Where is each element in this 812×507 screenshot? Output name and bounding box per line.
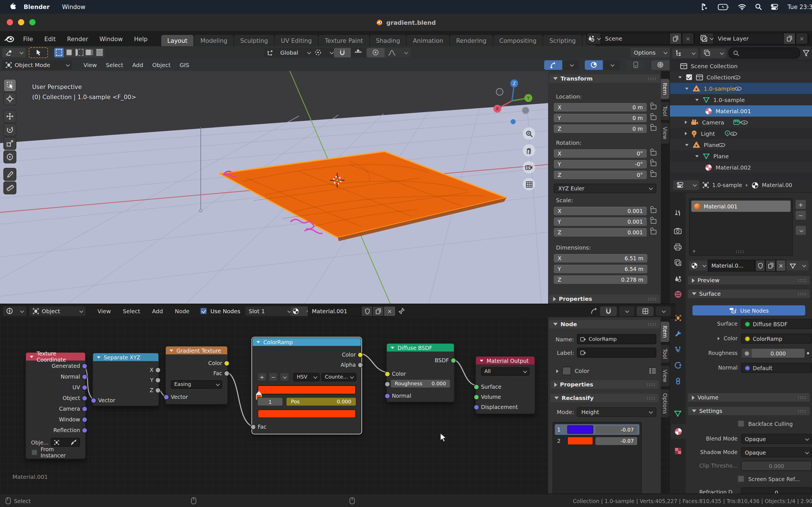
node-gradient-texture[interactable]: Gradient Texture Color Fac Easing Vector [165, 346, 228, 404]
volume-panel-header[interactable]: Volume [688, 393, 810, 402]
outliner-row-collection[interactable]: Collection [670, 71, 812, 83]
tab-object-data[interactable] [670, 406, 686, 421]
tab-rendering[interactable]: Rendering [450, 35, 493, 46]
gis-menu[interactable]: GIS [175, 62, 194, 68]
add-material-slot-button[interactable]: + [795, 200, 806, 210]
lock-rotation-y-icon[interactable] [651, 162, 656, 166]
lock-location-x-icon[interactable] [651, 105, 656, 109]
tab-animation[interactable]: Animation [407, 35, 450, 46]
ramp-specials-button[interactable] [280, 372, 290, 381]
fake-user-shield-button[interactable] [755, 260, 765, 272]
ramp-stop-handle[interactable] [256, 391, 262, 394]
mode-dropdown[interactable]: Object Mode [2, 60, 72, 69]
breadcrumb-object[interactable]: 1.0-sample [712, 182, 742, 188]
node-color-swatch[interactable] [562, 367, 571, 375]
tab-physics[interactable] [670, 358, 686, 372]
roughness-node-slider[interactable]: Roughness0.000 [390, 379, 451, 388]
window-menu[interactable]: Window [94, 35, 129, 42]
hide-object-eye-icon[interactable] [734, 84, 742, 93]
socket-z-output[interactable] [155, 388, 161, 393]
node-sidebar-tab-item[interactable]: Item [661, 322, 669, 342]
reclassify-color-1[interactable] [567, 425, 593, 434]
node-material-output[interactable]: Material Output All Surface Volume Displ… [475, 356, 535, 414]
hide-camera-eye-icon[interactable] [741, 118, 749, 126]
rotation-y-field[interactable]: Y-0° [554, 160, 647, 168]
delete-scene-button[interactable]: × [682, 33, 694, 45]
outliner-filter-type-dropdown[interactable] [700, 48, 726, 58]
outliner-row-camera[interactable]: Camera [670, 117, 812, 128]
socket-color-output[interactable] [357, 352, 363, 358]
socket-fac-input[interactable] [250, 424, 256, 430]
npanel-tab-item[interactable]: Item [661, 79, 669, 99]
new-material-button[interactable] [765, 260, 776, 272]
node-sidebar-tab-options[interactable]: Options [661, 389, 669, 417]
node-material-name-field[interactable]: Material.001 [308, 305, 368, 316]
view-layer-name[interactable]: View Layer [714, 36, 783, 42]
tab-shading[interactable]: Shading [370, 35, 407, 46]
lock-scale-y-icon[interactable] [651, 219, 656, 224]
clock[interactable]: Tue 23:35 [788, 3, 812, 10]
reclassify-row-1[interactable]: 1 -0.07 [555, 424, 640, 435]
edit-menu[interactable]: Edit [39, 35, 61, 42]
socket-vector-input[interactable] [163, 394, 169, 400]
scale-x-field[interactable]: X0.001 [554, 207, 647, 215]
node-node-menu[interactable]: Node [170, 308, 194, 314]
snap-toggle-button[interactable] [334, 48, 351, 57]
proportional-editing-toggle[interactable] [366, 48, 385, 57]
select-mode-set[interactable] [54, 48, 64, 57]
use-nodes-button[interactable]: Use Nodes [693, 305, 805, 316]
tab-uv-editing[interactable]: UV Editing [274, 35, 319, 46]
backface-culling-checkbox[interactable] [738, 420, 744, 427]
scene-name[interactable]: Scene [601, 36, 669, 42]
reclassify-row-2[interactable]: 2 -0.07 [555, 436, 640, 446]
stop-color-swatch[interactable] [258, 409, 356, 418]
npanel-tab-tool[interactable]: Tool [661, 102, 669, 120]
tool-scale[interactable] [3, 137, 16, 150]
use-nodes-checkbox[interactable] [200, 307, 207, 314]
outliner-row-sample-object[interactable]: 1.0-sample [670, 83, 812, 94]
new-scene-button[interactable] [669, 33, 682, 45]
link-material-dropdown[interactable] [786, 261, 809, 270]
socket-roughness-input[interactable] [385, 381, 390, 387]
zoom-window-button[interactable] [29, 19, 36, 25]
tab-modeling[interactable]: Modeling [194, 35, 234, 46]
macos-app-menu[interactable]: Blender [24, 3, 50, 10]
stop-position-slider[interactable]: Pos0.000 [286, 397, 356, 406]
file-menu[interactable]: File [17, 35, 39, 42]
socket-fac-output[interactable] [224, 371, 230, 376]
hide-light-eye-icon[interactable] [730, 129, 738, 137]
socket-reflection-output[interactable] [82, 428, 87, 433]
node-diffuse-bsdf[interactable]: Diffuse BSDF BSDF Color Roughness0.000 N… [386, 343, 455, 402]
stop-index-field[interactable]: 1 [257, 397, 283, 406]
material-name-field[interactable]: Material.0... [707, 260, 755, 272]
tool-cursor[interactable] [3, 93, 16, 105]
normal-input-selector[interactable]: Default [741, 363, 812, 373]
remove-stop-button[interactable]: − [268, 372, 278, 381]
node-panel-header[interactable]: Node [549, 320, 660, 328]
outliner-row-plane-object[interactable]: Plane [670, 139, 812, 151]
slot-dropdown[interactable]: Slot 1 [245, 306, 294, 316]
tab-tool[interactable] [670, 206, 686, 220]
color-input-selector[interactable]: ColorRamp [741, 334, 812, 344]
proportional-falloff-dropdown[interactable] [385, 48, 410, 57]
control-center-icon[interactable] [771, 4, 778, 10]
tab-world[interactable] [670, 287, 686, 301]
location-x-field[interactable]: X0 m [554, 103, 647, 111]
dimensions-x-field[interactable]: X6.51 m [554, 254, 647, 262]
editor-type-shader-button[interactable] [3, 306, 27, 316]
from-instancer-checkbox[interactable] [32, 450, 37, 455]
navigation-gizmo[interactable]: X Y Z [485, 74, 541, 131]
roughness-slider[interactable]: 0.000 [741, 348, 805, 358]
node-overlay-toggle[interactable] [637, 306, 654, 316]
close-window-button[interactable] [7, 19, 13, 25]
node-sidebar-tab-tool[interactable]: Tool [661, 344, 669, 363]
tab-texture[interactable] [670, 443, 686, 458]
reclassify-panel-header[interactable]: Reclassify [550, 394, 659, 402]
collection-checkbox[interactable] [686, 74, 693, 80]
presets-list-icon[interactable] [649, 368, 656, 374]
remove-view-layer-button[interactable]: × [796, 33, 808, 45]
node-overlay-dropdown[interactable] [656, 306, 671, 316]
add-menu[interactable]: Add [128, 62, 148, 68]
apple-logo-icon[interactable] [9, 3, 16, 11]
reclassify-mode-dropdown[interactable]: Height [577, 407, 656, 417]
